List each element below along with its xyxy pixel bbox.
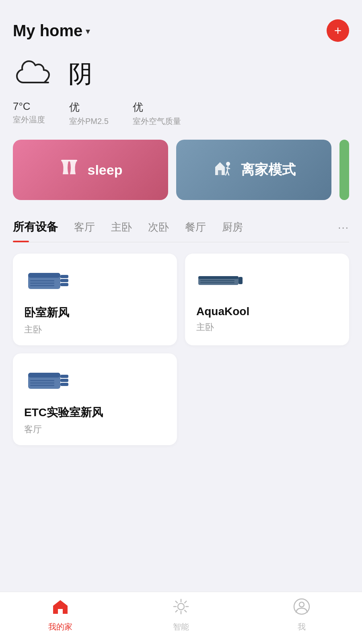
cloud-icon xyxy=(13,58,57,91)
pm25-value: 优 xyxy=(69,100,109,114)
svg-point-34 xyxy=(299,602,304,607)
svg-rect-13 xyxy=(200,280,234,281)
weather-main: 阴 xyxy=(13,58,349,91)
device-room-aquakool: 主卧 xyxy=(196,321,338,333)
svg-rect-4 xyxy=(28,273,60,278)
device-image-hvac1 xyxy=(24,265,72,297)
mode-section: sleep 离家模式 xyxy=(0,140,362,213)
svg-rect-12 xyxy=(198,276,239,279)
leave-mode-card[interactable]: 离家模式 xyxy=(176,140,331,200)
svg-line-32 xyxy=(176,610,177,612)
plus-icon: + xyxy=(334,24,342,37)
tabs-bar: 所有设备 客厅 主卧 次卧 餐厅 厨房 ··· xyxy=(13,213,349,242)
smart-nav-label: 智能 xyxy=(173,621,189,632)
weather-condition: 阴 xyxy=(68,58,93,91)
device-name-etc-ventilation: ETC实验室新风 xyxy=(24,405,166,420)
home-nav-icon xyxy=(51,598,69,619)
nav-item-home[interactable]: 我的家 xyxy=(36,598,84,632)
pm25-stat: 优 室外PM2.5 xyxy=(69,100,109,127)
device-card-aquakool[interactable]: AquaKool 主卧 xyxy=(185,254,349,345)
air-quality-label: 室外空气质量 xyxy=(133,116,181,127)
svg-rect-8 xyxy=(30,280,54,281)
tab-master-bedroom[interactable]: 主卧 xyxy=(111,214,132,242)
tabs-section: 所有设备 客厅 主卧 次卧 餐厅 厨房 ··· xyxy=(0,213,362,242)
svg-rect-17 xyxy=(28,373,60,378)
pm25-label: 室外PM2.5 xyxy=(69,116,109,127)
tab-all-devices[interactable]: 所有设备 xyxy=(13,213,58,242)
bottom-nav: 我的家 智能 我 xyxy=(0,592,362,644)
weather-section: 阴 7°C 室外温度 优 室外PM2.5 优 室外空气质量 xyxy=(0,48,362,140)
svg-rect-14 xyxy=(200,282,234,283)
nav-item-profile[interactable]: 我 xyxy=(278,598,326,632)
leave-mode-label: 离家模式 xyxy=(241,161,296,179)
svg-line-31 xyxy=(185,601,186,603)
svg-line-29 xyxy=(176,601,177,603)
svg-rect-22 xyxy=(30,382,54,384)
extra-mode-card-peek[interactable] xyxy=(339,140,349,200)
header: My home ▾ + xyxy=(0,0,362,48)
curtain-icon xyxy=(59,157,80,183)
profile-nav-icon xyxy=(293,598,311,619)
home-nav-label: 我的家 xyxy=(48,621,72,632)
profile-nav-label: 我 xyxy=(298,621,306,632)
device-name-aquakool: AquaKool xyxy=(196,305,338,318)
svg-point-2 xyxy=(226,162,230,166)
weather-stats: 7°C 室外温度 优 室外PM2.5 优 室外空气质量 xyxy=(13,100,349,127)
svg-rect-19 xyxy=(60,379,68,382)
home-title: My home xyxy=(13,22,82,40)
device-image-aquakool xyxy=(196,265,245,297)
device-card-bedroom-ventilation[interactable]: 卧室新风 主卧 xyxy=(13,254,177,345)
svg-rect-20 xyxy=(60,383,68,386)
svg-rect-0 xyxy=(61,160,77,161)
add-button[interactable]: + xyxy=(327,19,349,42)
temp-value: 7°C xyxy=(13,100,45,113)
chevron-down-icon: ▾ xyxy=(86,26,90,37)
home-title-wrap[interactable]: My home ▾ xyxy=(13,22,90,40)
device-name-bedroom-ventilation: 卧室新风 xyxy=(24,305,166,320)
svg-rect-7 xyxy=(60,283,68,286)
svg-rect-1 xyxy=(218,170,222,175)
tabs-more-button[interactable]: ··· xyxy=(338,215,349,240)
svg-rect-21 xyxy=(30,380,54,381)
devices-grid: 卧室新风 主卧 AquaKool 主卧 xyxy=(0,242,362,456)
nav-item-smart[interactable]: 智能 xyxy=(157,598,205,632)
svg-line-30 xyxy=(185,610,186,612)
svg-rect-9 xyxy=(30,283,54,284)
sleep-mode-label: sleep xyxy=(88,162,123,178)
air-quality-stat: 优 室外空气质量 xyxy=(133,100,181,127)
device-card-etc-ventilation[interactable]: ETC实验室新风 客厅 xyxy=(13,353,177,445)
tab-living-room[interactable]: 客厅 xyxy=(74,214,95,242)
svg-rect-10 xyxy=(30,285,54,286)
device-room-bedroom-ventilation: 主卧 xyxy=(24,324,166,336)
tab-second-bedroom[interactable]: 次卧 xyxy=(148,214,169,242)
svg-point-24 xyxy=(178,603,184,610)
svg-rect-23 xyxy=(30,385,54,386)
smart-nav-icon xyxy=(172,598,190,619)
tab-kitchen[interactable]: 厨房 xyxy=(222,214,243,242)
temp-stat: 7°C 室外温度 xyxy=(13,100,45,127)
tab-dining-room[interactable]: 餐厅 xyxy=(185,214,206,242)
device-room-etc-ventilation: 客厅 xyxy=(24,423,166,436)
sleep-mode-card[interactable]: sleep xyxy=(13,140,168,200)
temp-label: 室外温度 xyxy=(13,114,45,125)
leave-icon xyxy=(212,157,233,183)
device-image-hvac2 xyxy=(24,365,72,397)
svg-rect-18 xyxy=(60,375,68,378)
svg-rect-6 xyxy=(60,279,68,282)
air-quality-value: 优 xyxy=(133,100,181,114)
svg-rect-15 xyxy=(239,277,243,284)
svg-rect-5 xyxy=(60,275,68,278)
